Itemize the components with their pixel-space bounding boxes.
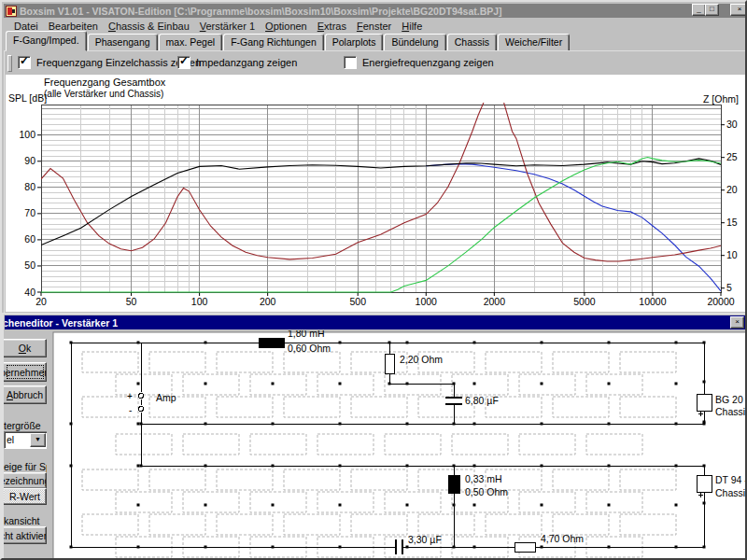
tab-fgang-richtungen[interactable]: F-Gang Richtungen — [223, 34, 324, 51]
amp-minus-sign: - — [129, 405, 132, 415]
frequency-response-chart: 1009080706050403025201510520501002005001… — [2, 75, 747, 313]
checkbox-impedanzgang[interactable]: ✓ Impedanzgang zeigen — [177, 56, 297, 69]
tab-weiche-filter[interactable]: Weiche/Filter — [498, 34, 570, 51]
svg-text:90: 90 — [24, 155, 35, 166]
checkbox-label: Frequenzgang Einzelchassis zeigen — [36, 57, 201, 68]
svg-text:30: 30 — [726, 119, 738, 130]
svg-text:70: 70 — [24, 207, 35, 218]
svg-text:60: 60 — [24, 233, 35, 245]
app-icon — [6, 6, 17, 17]
z-axis-label: Z [Ohm] — [703, 93, 739, 105]
tab-max-pegel[interactable]: max. Pegel — [159, 34, 223, 51]
toolbar-gripper[interactable] — [7, 55, 12, 72]
label-chassis1: Chassis 1 — [715, 406, 747, 417]
chart-subtitle: (alle Verstärker und Chassis) — [44, 89, 163, 99]
checkbox-label: Impedanzgang zeigen — [196, 57, 297, 68]
dialog-title: cheneditor - Verstärker 1 — [5, 317, 118, 329]
label-r2-value: 4,70 Ohm — [541, 533, 584, 544]
label-amp: Amp — [156, 392, 176, 403]
curve-impedance — [41, 99, 721, 261]
resistor-R1[interactable] — [385, 354, 394, 373]
curve-woofer_spl_BG20 — [426, 164, 721, 291]
svg-text:100: 100 — [191, 296, 208, 307]
label-l2-value: 0,33 mH — [465, 473, 502, 484]
rwert-toggle-button[interactable]: R-Wert — [4, 488, 47, 505]
inductor-L1[interactable] — [259, 338, 285, 348]
svg-text:10: 10 — [726, 249, 738, 260]
chart-title: Frequenzgang Gesamtbox — [44, 77, 165, 88]
svg-text:50: 50 — [24, 259, 35, 271]
close-button[interactable]: × — [730, 4, 747, 16]
svg-text:20: 20 — [35, 296, 47, 307]
svg-text:20: 20 — [726, 184, 738, 195]
label-l2-r: 0,50 Ohm — [465, 486, 508, 497]
weicheneditor-dialog: cheneditor - Verstärker 1 × — [2, 313, 747, 560]
combobox-arrow-icon[interactable]: ▼ — [30, 433, 46, 447]
svg-text:2000: 2000 — [484, 296, 506, 307]
tab-polarplots[interactable]: Polarplots — [325, 34, 384, 51]
svg-text:1000: 1000 — [416, 296, 438, 307]
groesse-combobox[interactable]: el ▼ — [4, 431, 47, 449]
checkbox-icon[interactable]: ✓ — [344, 56, 357, 69]
curve-tweeter_spl_DT94 — [41, 158, 721, 293]
menu-bar: Datei Bearbeiten Chassis & Einbau Verstä… — [4, 19, 747, 33]
svg-text:100: 100 — [19, 129, 35, 140]
svg-text:10000: 10000 — [639, 296, 666, 307]
menu-verstaerker[interactable]: Verstärker 1 — [195, 20, 260, 33]
ansicht-label: kansicht — [4, 515, 47, 526]
checkbox-energiefrequenzgang[interactable]: ✓ Energiefrequenzgang zeigen — [344, 56, 494, 69]
menu-chassis-einbau[interactable]: Chassis & Einbau — [104, 20, 194, 33]
uebernehmen-button[interactable]: bernehmen — [4, 362, 47, 382]
svg-text:40: 40 — [24, 287, 35, 298]
tab-chassis[interactable]: Chassis — [447, 34, 497, 51]
label-chassis2-name: DT 94 - 8 — [715, 474, 747, 485]
groesse-label: tergröße — [4, 420, 47, 431]
combobox-value: el — [7, 434, 14, 445]
tab-buendelung[interactable]: Bündelung — [384, 34, 445, 51]
window-title: Boxsim V1.01 - VISATON-Edition [C:\Progr… — [20, 6, 502, 17]
inductor-L2[interactable] — [448, 475, 460, 494]
spl-axis-label: SPL [dB] — [8, 92, 47, 104]
label-c2-value: 3,30 µF — [408, 534, 442, 545]
amp-plus-sign: + — [127, 391, 133, 401]
checkbox-icon[interactable]: ✓ — [18, 56, 31, 69]
checkbox-toolbar: ✓ Frequenzgang Einzelchassis zeigen ✓ Im… — [5, 54, 745, 72]
speaker-chassis2-icon[interactable] — [697, 475, 712, 492]
boxsim-main-window: Boxsim V1.01 - VISATON-Edition [C:\Progr… — [0, 0, 747, 560]
bezeichnung-button[interactable]: ezeichnung — [4, 472, 47, 489]
amp-plus-terminal[interactable] — [139, 394, 144, 399]
checkbox-icon[interactable]: ✓ — [177, 56, 190, 69]
menu-optionen[interactable]: Optionen — [261, 20, 312, 33]
dialog-title-bar[interactable]: cheneditor - Verstärker 1 — [5, 315, 746, 329]
amp-minus-terminal[interactable] — [139, 407, 144, 412]
svg-text:500: 500 — [349, 296, 366, 307]
chart-grid — [41, 105, 721, 292]
label-l1-r: 0,60 Ohm — [288, 343, 331, 354]
maximize-button[interactable]: □ — [705, 4, 719, 16]
svg-text:200: 200 — [260, 296, 276, 307]
menu-extras[interactable]: Extras — [313, 20, 351, 33]
svg-text:15: 15 — [726, 217, 738, 228]
svg-text:20000: 20000 — [707, 296, 734, 307]
tab-bar: F-Gang/Imped. Phasengang max. Pegel F-Ga… — [6, 34, 571, 51]
dialog-close-button[interactable]: × — [730, 316, 744, 329]
title-bar[interactable]: Boxsim V1.01 - VISATON-Edition [C:\Progr… — [4, 4, 745, 18]
checkbox-einzelchassis[interactable]: ✓ Frequenzgang Einzelchassis zeigen — [18, 56, 201, 69]
svg-text:25: 25 — [726, 151, 738, 162]
crossover-schematic: 1,80 mH 0,60 Ohm 2,20 Ohm 6,80 µF 0,33 m… — [4, 330, 747, 560]
svg-text:80: 80 — [24, 181, 35, 192]
resistor-R2[interactable] — [514, 542, 535, 552]
menu-hilfe[interactable]: Hilfe — [397, 20, 427, 33]
ok-button[interactable]: Ok — [4, 339, 47, 357]
checkbox-label: Energiefrequenzgang zeigen — [362, 57, 494, 68]
minimize-button[interactable]: _ — [692, 4, 706, 16]
aktiviert-button[interactable]: cht aktiviert — [4, 526, 47, 544]
speaker-chassis1-icon[interactable] — [697, 394, 712, 411]
menu-fenster[interactable]: Fenster — [352, 20, 396, 33]
tab-fgang-imped[interactable]: F-Gang/Imped. — [6, 31, 87, 51]
svg-text:5: 5 — [726, 282, 732, 293]
spulen-label: eige für Spulen — [4, 461, 47, 472]
svg-text:5000: 5000 — [573, 296, 596, 307]
abbruch-button[interactable]: Abbruch — [4, 385, 47, 404]
tab-phasengang[interactable]: Phasengang — [88, 34, 158, 51]
